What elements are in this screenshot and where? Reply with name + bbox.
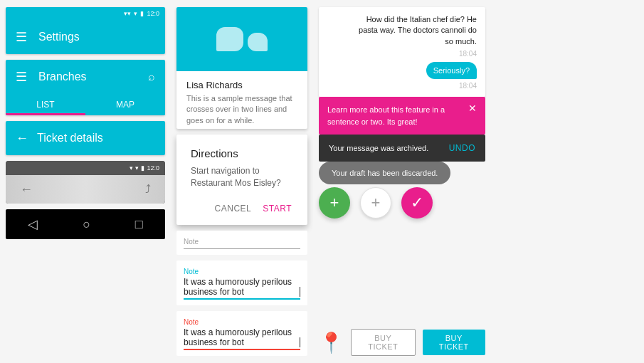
chat-time-1: 18:04 — [327, 50, 477, 58]
share-icon[interactable]: ⤴ — [145, 183, 151, 196]
bottom-row: 📍 BUY TICKET BUY TICKET — [319, 329, 485, 356]
fab-add-outline[interactable]: + — [360, 187, 391, 219]
card-sender-name: Lisa Richards — [186, 80, 297, 90]
input-cursor — [300, 287, 300, 297]
card-header — [176, 7, 307, 71]
ticket-panel: ← Ticket details — [6, 121, 165, 155]
branches-left: ☰ Branches — [16, 69, 87, 85]
input-label-focused: Note — [184, 268, 300, 275]
bubble-right — [248, 33, 268, 51]
close-banner-button[interactable]: ✕ — [468, 103, 477, 113]
input-label-empty: Note — [184, 238, 300, 246]
input-cursor-error — [300, 337, 300, 347]
branches-menu-icon[interactable]: ☰ — [16, 69, 27, 85]
fab-check-pink[interactable]: ✓ — [401, 187, 433, 219]
input-row-focused[interactable]: It was a humorously perilous business fo… — [184, 277, 300, 300]
wifi-icon-2: ▾ — [135, 164, 139, 172]
start-button[interactable]: START — [261, 201, 293, 216]
branches-panel: ☰ Branches ⌕ LIST MAP — [6, 60, 165, 115]
chat-time-2: 18:04 — [327, 82, 477, 90]
bubble-left — [216, 27, 243, 51]
branches-bar: ☰ Branches ⌕ LIST MAP — [6, 60, 165, 115]
mockup-top-bar: ▾ ▾ ▮ 12:0 — [6, 161, 165, 175]
dialog-title: Directions — [191, 147, 293, 159]
check-icon-fab: ✓ — [411, 194, 423, 212]
chat-area: How did the Italian chef die? He pasta w… — [319, 7, 485, 97]
fab-row: + + ✓ — [319, 187, 485, 219]
branches-tabs: LIST MAP — [6, 94, 165, 115]
input-note-error: Note It was a humorously perilous busine… — [176, 311, 307, 356]
snackbar: Your message was archived. UNDO — [319, 135, 485, 162]
ticket-bar: ← Ticket details — [6, 121, 165, 155]
android-bottom-nav: ◁ ○ □ — [6, 209, 165, 239]
time-display: 12:0 — [147, 10, 159, 17]
back-icon[interactable]: ← — [20, 182, 33, 197]
directions-dialog: Directions Start navigation to Restauran… — [176, 135, 307, 225]
menu-icon[interactable]: ☰ — [16, 29, 27, 45]
tab-list[interactable]: LIST — [6, 94, 85, 115]
banner-text: Learn more about this feature in a sente… — [327, 104, 463, 127]
buy-ticket-filled-button[interactable]: BUY TICKET — [423, 330, 486, 355]
input-row-error[interactable]: It was a humorously perilous business fo… — [184, 327, 300, 350]
cards-dialogs-column: Lisa Richards This is a sample message t… — [171, 0, 313, 363]
search-icon[interactable]: ⌕ — [148, 70, 155, 83]
chat-notifications-column: How did the Italian chef die? He pasta w… — [313, 0, 491, 363]
snackbar-text: Your message was archived. — [329, 144, 428, 152]
discarded-pill: Your draft has been discarded. — [319, 162, 450, 184]
input-label-error: Note — [184, 318, 300, 326]
spacer — [319, 219, 485, 329]
time-display-2: 12:0 — [147, 164, 159, 172]
settings-bar: ☰ Settings — [6, 20, 165, 54]
branches-title: Branches — [38, 70, 87, 83]
nav-home-icon[interactable]: ○ — [83, 217, 90, 232]
chat-bubble-seriously: Seriously? — [426, 62, 477, 79]
chat-message-out: How did the Italian chef die? He pasta w… — [357, 14, 477, 47]
signal-icon: ▾▾ — [124, 10, 131, 17]
input-row-empty[interactable] — [184, 247, 300, 249]
android-panels-column: ▾▾ ▾ ▮ 12:0 ☰ Settings ☰ Branches ⌕ LIST — [0, 0, 171, 363]
add-icon-green: + — [330, 194, 339, 212]
info-banner: Learn more about this feature in a sente… — [319, 97, 485, 135]
add-icon-outline: + — [371, 194, 381, 212]
dialog-message: Start navigation to Restaurant Mos Eisle… — [191, 165, 293, 189]
input-note-focused: Note It was a humorously perilous busine… — [176, 261, 307, 305]
chat-bubbles-icon — [216, 27, 268, 51]
input-note-empty: Note — [176, 231, 307, 255]
col3-inner: How did the Italian chef die? He pasta w… — [319, 7, 485, 356]
mockup-content: ← ⤴ — [6, 175, 165, 204]
tab-map[interactable]: MAP — [85, 94, 165, 115]
signal-icon-2: ▾ — [130, 164, 133, 172]
back-arrow-icon[interactable]: ← — [16, 131, 28, 146]
input-value-error: It was a humorously perilous business fo… — [184, 327, 299, 347]
undo-button[interactable]: UNDO — [449, 143, 475, 153]
buy-ticket-outline-button[interactable]: BUY TICKET — [351, 329, 416, 356]
cancel-button[interactable]: CANCEL — [213, 201, 253, 216]
card-body: Lisa Richards This is a sample message t… — [176, 71, 307, 129]
ticket-title: Ticket details — [37, 132, 103, 144]
branches-top-row: ☰ Branches ⌕ — [6, 60, 165, 94]
battery-icon-2: ▮ — [141, 164, 144, 172]
wifi-icon: ▾ — [134, 10, 137, 17]
card-message: This is a sample message that crosses ov… — [186, 93, 297, 126]
android-mockup: ▾ ▾ ▮ 12:0 ← ⤴ — [6, 161, 165, 204]
nav-recents-icon[interactable]: □ — [135, 217, 143, 232]
fab-add-green[interactable]: + — [319, 187, 350, 219]
battery-icon: ▮ — [140, 10, 144, 17]
nav-back-icon[interactable]: ◁ — [28, 216, 38, 232]
settings-panel: ▾▾ ▾ ▮ 12:0 ☰ Settings — [6, 7, 165, 54]
map-pin-icon: 📍 — [319, 331, 344, 354]
dialog-actions: CANCEL START — [191, 201, 293, 216]
input-value-focused: It was a humorously perilous business fo… — [184, 277, 299, 297]
status-bar: ▾▾ ▾ ▮ 12:0 — [6, 7, 165, 20]
settings-title: Settings — [38, 31, 80, 43]
notification-card: Lisa Richards This is a sample message t… — [176, 7, 307, 129]
